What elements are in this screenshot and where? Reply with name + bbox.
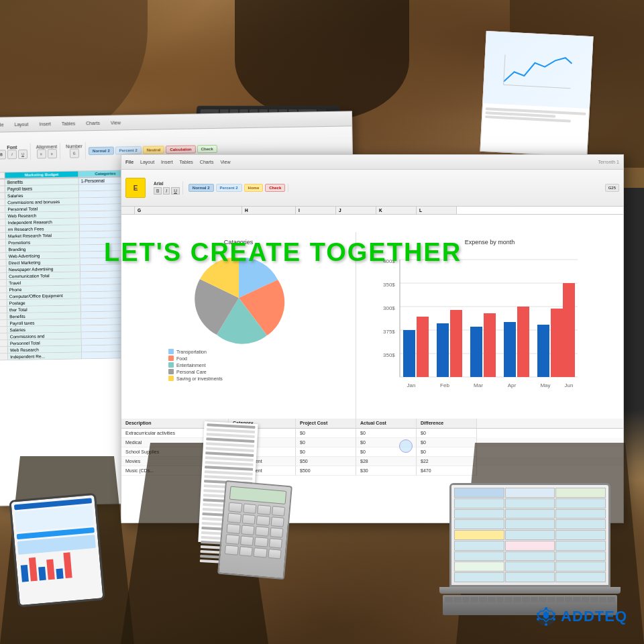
second-col-headers: G H I J K L <box>121 207 623 215</box>
cell-proj-1: $0 <box>296 429 356 438</box>
svg-text:May: May <box>540 382 550 388</box>
format-check: Check <box>197 144 217 153</box>
row-num-col <box>121 207 135 214</box>
bar-chart-svg: 400$ 350$ 300$ 375$ 350$ <box>363 250 584 404</box>
cell-diff-3: $0 <box>417 447 477 457</box>
row-num-header <box>0 172 5 178</box>
legend-label: Personal Care <box>176 370 207 374</box>
ribbon-alignment: Alignment ≡ ≡ <box>34 143 61 160</box>
addteq-logo-icon <box>535 606 557 627</box>
ribbon-align-left: ≡ <box>36 149 46 158</box>
second-toolbar: File Layout Insert Tables Charts View Te… <box>121 155 623 170</box>
svg-line-0 <box>504 85 571 89</box>
cell-proj-5: $500 <box>296 466 356 476</box>
svg-text:Jan: Jan <box>407 382 416 388</box>
svg-point-37 <box>537 612 539 615</box>
col-diff: Difference <box>417 419 477 428</box>
cell-proj-4: $50 <box>296 457 356 466</box>
legend-saving: Saving or investments <box>168 376 349 381</box>
svg-text:Mar: Mar <box>474 382 483 388</box>
ribbon-underline: U <box>18 150 28 159</box>
legend-transportation: Transportation <box>168 349 349 354</box>
cell-diff-4: $22 <box>417 457 477 466</box>
person-center-top <box>235 0 409 121</box>
svg-text:Apr: Apr <box>508 382 517 388</box>
ribbon-italic: I <box>7 150 17 159</box>
toolbar-layout2: Layout <box>140 160 154 164</box>
legend-dot-transportation <box>168 349 174 354</box>
svg-rect-18 <box>470 327 482 377</box>
paper-top-right <box>480 31 593 157</box>
svg-rect-19 <box>484 313 496 377</box>
toolbar-view2: View <box>220 160 230 164</box>
fmt-percent2: Percent 2 <box>216 184 242 192</box>
calculator <box>217 480 292 580</box>
col-actual-cost: Actual Cost <box>356 419 417 428</box>
legend-dot-entertainment <box>168 362 174 368</box>
laptop-bottom-right <box>436 483 624 617</box>
ribbon-number-format: G <box>69 148 78 158</box>
table-header-row: Description Category Project Cost Actual… <box>121 419 623 429</box>
svg-rect-21 <box>517 307 529 377</box>
fmt-normal2: Normal 2 <box>189 184 214 192</box>
svg-point-36 <box>537 618 539 621</box>
table-row: Extracurricular activities Children $0 $… <box>121 429 623 438</box>
ribbon-number: Number G <box>63 142 86 160</box>
legend-label: Entertainment <box>176 363 206 368</box>
toolbar-insert: Insert <box>36 121 54 127</box>
col-j-header2: J <box>336 207 376 214</box>
cell-diff-5: $470 <box>417 466 477 476</box>
col-l-header2: L <box>417 207 457 214</box>
toolbar-tables2: Tables <box>180 160 193 164</box>
cell-actual-2: $0 <box>356 438 417 447</box>
toolbar-layout: Layout <box>11 121 31 128</box>
col-proj-cost: Project Cost <box>296 419 356 428</box>
legend-label: Transportation <box>176 350 207 354</box>
svg-rect-17 <box>450 310 462 377</box>
col-k-header2: K <box>376 207 417 214</box>
tablet-device <box>9 493 105 608</box>
cell-actual-4: $28 <box>356 457 417 466</box>
cell-actual-5: $30 <box>356 466 417 476</box>
svg-rect-23 <box>551 309 563 377</box>
legend-dot-food <box>168 356 174 361</box>
svg-rect-24 <box>563 283 575 377</box>
headline-text: LET'S CREATE TOGETHER <box>104 238 462 267</box>
cell-proj-2: $0 <box>296 438 356 447</box>
toolbar-charts: Charts <box>83 120 103 126</box>
legend-personal-care: Personal Care <box>168 369 349 374</box>
col-desc-header: G <box>135 207 242 214</box>
svg-rect-14 <box>403 330 415 377</box>
toolbar-tables: Tables <box>59 120 78 126</box>
toolbar-file2: File <box>125 160 133 164</box>
toolbar-charts2: Charts <box>200 160 214 164</box>
col-h-header2: H <box>242 207 296 214</box>
svg-text:350$: 350$ <box>383 282 395 288</box>
svg-rect-15 <box>417 317 429 377</box>
svg-point-35 <box>545 623 547 626</box>
ribbon-cell-ref: G25 <box>605 184 619 192</box>
cell-diff-2: $0 <box>417 438 477 447</box>
ribbon-bold: B <box>0 150 6 159</box>
second-ribbon: E Arial B I U Normal 2 Percent 2 Home Ch… <box>121 170 623 207</box>
svg-point-32 <box>545 607 547 610</box>
format-neutral: Neutral <box>143 146 165 154</box>
row-num-1 <box>0 179 5 186</box>
addteq-logo: ADDTEQ <box>535 606 627 627</box>
pie-legend: Transportation Food Entertainment Person… <box>128 349 349 381</box>
toolbar-view: View <box>108 119 123 125</box>
svg-point-33 <box>553 612 555 615</box>
svg-rect-16 <box>437 323 449 377</box>
format-buttons-group: Normal 2 Percent 2 Neutral Calculation C… <box>89 144 217 154</box>
cell-proj-3: $0 <box>296 447 356 457</box>
format-calculation: Calculation <box>166 145 196 154</box>
format-percent2: Percent 2 <box>115 146 141 154</box>
logo-company-name: ADDTEQ <box>561 608 627 625</box>
ribbon-format-section: Normal 2 Percent 2 Home Check <box>186 184 288 192</box>
svg-rect-22 <box>537 325 549 377</box>
svg-text:350$: 350$ <box>383 352 395 358</box>
cell-diff-1: $0 <box>417 429 477 438</box>
svg-text:Jun: Jun <box>565 382 574 388</box>
svg-text:Feb: Feb <box>440 382 449 388</box>
legend-label: Saving or investments <box>176 376 223 381</box>
